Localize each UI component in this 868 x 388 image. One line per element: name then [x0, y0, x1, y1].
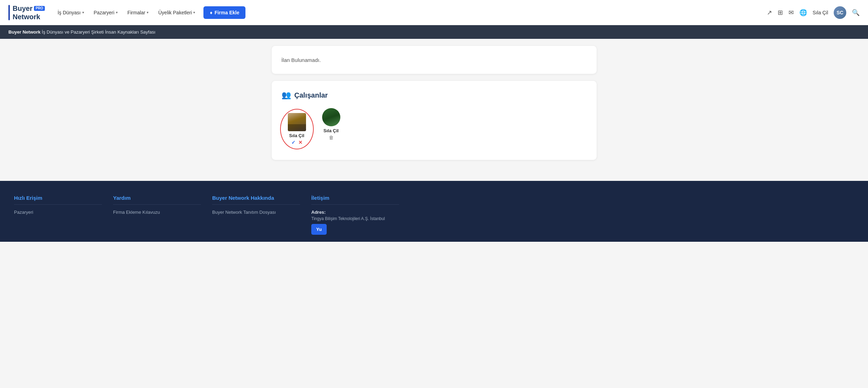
pending-employee-name: Sıla Çil	[289, 133, 304, 138]
reject-employee-button[interactable]: ✕	[298, 140, 303, 145]
calisanlar-card: 👥 Çalışanlar Sıla Çil ✓ ✕	[272, 81, 597, 160]
logo-bar	[8, 5, 10, 20]
search-icon[interactable]: 🔍	[852, 9, 860, 16]
active-employee-actions: 🗑	[329, 135, 334, 140]
nav-label-firmalar: Firmalar	[127, 10, 145, 15]
employees-list: Sıla Çil ✓ ✕ Sıla Çil 🗑	[282, 108, 587, 150]
logo[interactable]: Buyer Pro Network	[8, 4, 45, 21]
chevron-down-icon-firmalar: ▾	[147, 10, 148, 14]
footer-title-hizli-erisim: Hızlı Erişim	[14, 195, 102, 201]
remove-employee-button[interactable]: 🗑	[329, 135, 334, 140]
nav-right: ↗ ⊞ ✉ 🌐 Sıla Çil SC 🔍	[767, 6, 860, 19]
footer-col-iletisim: İletişim Adres: Tingya Bilişim Teknoloji…	[311, 195, 399, 235]
footer-divider-1	[113, 204, 201, 205]
calisanlar-title-text: Çalışanlar	[294, 91, 328, 99]
approve-employee-button[interactable]: ✓	[291, 140, 296, 145]
footer-address-value: Tingya Bilişim Teknolojileri A.Ş. İstanb…	[311, 216, 399, 221]
chevron-down-icon-uyelik: ▾	[193, 10, 195, 14]
footer: Hızlı Erişim Pazaryeri Yardım Firma Ekle…	[0, 181, 868, 242]
pending-employee-wrapper: Sıla Çil ✓ ✕	[282, 108, 312, 150]
footer-link-firma-ekleme[interactable]: Firma Ekleme Kılavuzu	[113, 210, 201, 215]
nav-item-pazaryeri[interactable]: Pazaryeri ▾	[90, 7, 122, 18]
footer-divider-3	[311, 204, 399, 205]
logo-buyer: Buyer Pro	[13, 4, 45, 13]
mail-icon[interactable]: ✉	[789, 9, 794, 16]
nav-links: İş Dünyası ▾ Pazaryeri ▾ Firmalar ▾ Üyel…	[53, 6, 766, 19]
footer-link-pazaryeri[interactable]: Pazaryeri	[14, 210, 102, 215]
chevron-down-icon-is-dunyasi: ▾	[82, 10, 84, 14]
nav-item-firmalar[interactable]: Firmalar ▾	[123, 7, 153, 18]
ilan-not-found-text: İlan Bulunamadı.	[282, 57, 321, 63]
footer-col-hakkinda: Buyer Network Hakkında Buyer Network Tan…	[212, 195, 300, 235]
user-avatar[interactable]: SC	[834, 6, 846, 19]
footer-title-iletisim: İletişim	[311, 195, 399, 201]
external-link-icon[interactable]: ↗	[767, 9, 772, 16]
breadcrumb-text: İş Dünyası ve Pazaryeri Şirketi İnsan Ka…	[41, 29, 155, 35]
chevron-down-icon-pazaryeri: ▾	[116, 10, 118, 14]
ilan-card: İlan Bulunamadı.	[272, 46, 597, 74]
breadcrumb-bar: Buyer Network İş Dünyası ve Pazaryeri Şi…	[0, 25, 868, 39]
logo-buyer-text: Buyer	[13, 4, 33, 13]
footer-col-hizli-erisim: Hızlı Erişim Pazaryeri	[14, 195, 102, 235]
logo-text: Buyer Pro Network	[13, 4, 45, 21]
employee-avatar-pending	[288, 113, 306, 131]
nav-label-pazaryeri: Pazaryeri	[94, 10, 114, 15]
navbar: Buyer Pro Network İş Dünyası ▾ Pazaryeri…	[0, 0, 868, 25]
pending-employee-item: Sıla Çil ✓ ✕	[288, 113, 306, 145]
logo-pro-badge: Pro	[34, 6, 45, 11]
footer-col-yardim: Yardım Firma Ekleme Kılavuzu	[113, 195, 201, 235]
logo-network-text: Network	[13, 13, 45, 21]
user-name-label: Sıla Çil	[813, 10, 828, 15]
footer-yu-button[interactable]: Yu	[311, 224, 327, 235]
footer-link-tanitim[interactable]: Buyer Network Tanıtım Dosyası	[212, 210, 300, 215]
footer-divider-2	[212, 204, 300, 205]
active-employee-item: Sıla Çil 🗑	[322, 108, 340, 150]
employees-icon: 👥	[282, 91, 291, 100]
footer-grid: Hızlı Erişim Pazaryeri Yardım Firma Ekle…	[14, 195, 399, 235]
breadcrumb-brand: Buyer Network	[8, 29, 41, 35]
footer-divider-0	[14, 204, 102, 205]
pending-employee-actions: ✓ ✕	[291, 140, 303, 145]
footer-title-hakkinda: Buyer Network Hakkında	[212, 195, 300, 201]
globe-icon[interactable]: 🌐	[799, 9, 807, 16]
nav-item-is-dunyasi[interactable]: İş Dünyası ▾	[53, 7, 88, 18]
firma-ekle-label: Firma Ekle	[215, 10, 239, 15]
diamond-icon: ♦	[210, 10, 212, 15]
nav-item-uyelik[interactable]: Üyelik Paketleri ▾	[154, 7, 199, 18]
grid-icon[interactable]: ⊞	[778, 9, 783, 16]
nav-label-is-dunyasi: İş Dünyası	[57, 10, 81, 15]
calisanlar-title: 👥 Çalışanlar	[282, 91, 587, 100]
firma-ekle-button[interactable]: ♦ Firma Ekle	[203, 6, 245, 19]
active-employee-name: Sıla Çil	[324, 128, 339, 133]
main-content: İlan Bulunamadı. 👥 Çalışanlar Sıla Çil ✓…	[266, 39, 602, 174]
nav-label-uyelik: Üyelik Paketleri	[158, 10, 192, 15]
footer-title-yardim: Yardım	[113, 195, 201, 201]
footer-address-label: Adres:	[311, 210, 399, 215]
employee-avatar-active	[322, 108, 340, 126]
